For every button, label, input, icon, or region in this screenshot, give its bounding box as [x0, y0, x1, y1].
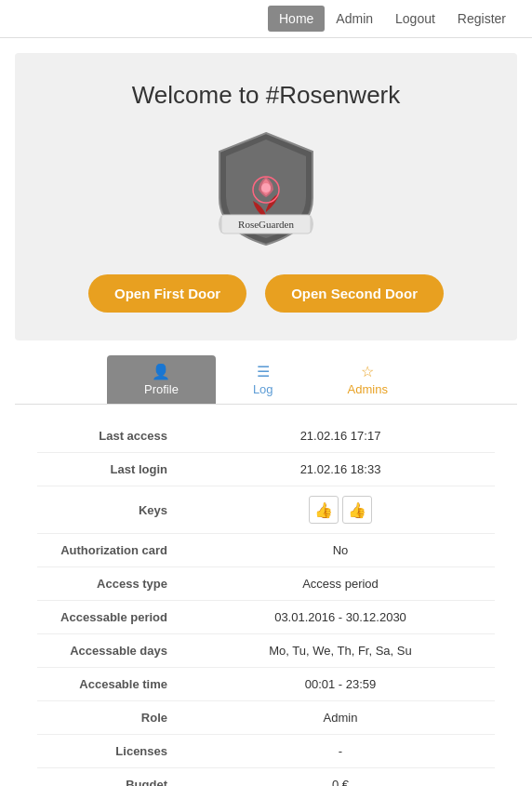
table-row: Authorization card No: [37, 534, 495, 567]
label-licenses: Licenses: [37, 744, 186, 758]
table-row: Accesable time 00:01 - 23:59: [37, 668, 495, 701]
key-buttons: 👍 👍: [186, 496, 495, 524]
tab-profile-label: Profile: [144, 382, 179, 396]
tab-profile[interactable]: 👤 Profile: [107, 355, 216, 404]
open-first-door-button[interactable]: Open First Door: [88, 274, 246, 313]
svg-text:RoseGuarden: RoseGuarden: [238, 219, 294, 230]
value-budget: 0 €: [186, 778, 495, 786]
admins-icon: ☆: [361, 363, 374, 380]
value-accessable-period: 03.01.2016 - 30.12.2030: [186, 610, 495, 624]
value-accessable-time: 00:01 - 23:59: [186, 677, 495, 691]
table-row: Role Admin: [37, 701, 495, 735]
label-accessable-days: Accessable days: [37, 644, 186, 658]
nav-admin[interactable]: Admin: [325, 6, 384, 32]
log-icon: ☰: [257, 363, 270, 380]
value-last-access: 21.02.16 17:17: [186, 429, 495, 443]
table-row: Last login 21.02.16 18:33: [37, 453, 495, 486]
table-row: Last access 21.02.16 17:17: [37, 420, 495, 453]
key-button-green[interactable]: 👍: [342, 496, 372, 524]
logo-shield: RoseGuarden: [210, 128, 322, 252]
value-role: Admin: [186, 711, 495, 725]
value-accessable-days: Mo, Tu, We, Th, Fr, Sa, Su: [186, 644, 495, 658]
tab-log[interactable]: ☰ Log: [216, 355, 311, 404]
svg-point-2: [261, 183, 271, 193]
tab-log-label: Log: [253, 382, 273, 396]
profile-icon: 👤: [152, 363, 170, 380]
label-role: Role: [37, 711, 186, 725]
nav-logout[interactable]: Logout: [384, 6, 446, 32]
label-auth-card: Authorization card: [37, 543, 186, 557]
nav-home[interactable]: Home: [268, 6, 325, 32]
value-access-type: Access period: [186, 577, 495, 591]
label-last-access: Last access: [37, 429, 186, 443]
table-row: Licenses -: [37, 735, 495, 768]
tab-admins-label: Admins: [348, 382, 388, 396]
navbar: Home Admin Logout Register: [0, 0, 532, 38]
table-row: Accessable days Mo, Tu, We, Th, Fr, Sa, …: [37, 634, 495, 668]
table-row: Keys 👍 👍: [37, 486, 495, 534]
value-licenses: -: [186, 744, 495, 758]
profile-table: Last access 21.02.16 17:17 Last login 21…: [37, 420, 495, 786]
label-access-type: Access type: [37, 577, 186, 591]
hero-section: Welcome to #Rosenwerk: [15, 53, 517, 340]
tab-admins[interactable]: ☆ Admins: [311, 355, 425, 404]
table-row: Bugdet 0 €: [37, 768, 495, 786]
table-row: Access type Access period: [37, 567, 495, 601]
key-button-red[interactable]: 👍: [309, 496, 339, 524]
label-accessable-period: Accessable period: [37, 610, 186, 624]
nav-register[interactable]: Register: [446, 6, 517, 32]
value-keys: 👍 👍: [186, 496, 495, 524]
value-auth-card: No: [186, 543, 495, 557]
tab-bar: 👤 Profile ☰ Log ☆ Admins: [15, 355, 517, 405]
hero-buttons: Open First Door Open Second Door: [88, 274, 444, 313]
table-row: Accessable period 03.01.2016 - 30.12.203…: [37, 601, 495, 634]
label-budget: Bugdet: [37, 778, 186, 786]
label-last-login: Last login: [37, 462, 186, 476]
hero-title: Welcome to #Rosenwerk: [132, 81, 401, 110]
label-accessable-time: Accesable time: [37, 677, 186, 691]
value-last-login: 21.02.16 18:33: [186, 462, 495, 476]
label-keys: Keys: [37, 503, 186, 517]
open-second-door-button[interactable]: Open Second Door: [265, 274, 444, 313]
